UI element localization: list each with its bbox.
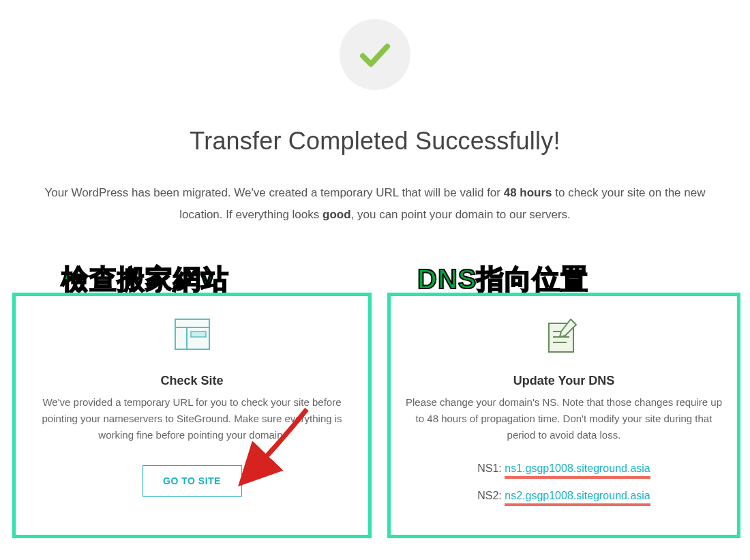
- success-check-icon: [340, 19, 410, 90]
- go-to-site-button[interactable]: GO TO SITE: [142, 465, 242, 497]
- ns2-value[interactable]: ns2.gsgp1008.siteground.asia: [505, 490, 650, 502]
- ns2-row: NS2: ns2.gsgp1008.siteground.asia: [391, 490, 737, 502]
- check-site-panel: Check Site We've provided a temporary UR…: [12, 293, 372, 538]
- ns2-label: NS2:: [477, 490, 502, 501]
- page-title: Transfer Completed Successfully!: [0, 127, 750, 156]
- page-subtitle: Your WordPress has been migrated. We've …: [41, 182, 709, 226]
- svg-rect-3: [191, 331, 206, 337]
- ns1-row: NS1: ns1.gsgp1008.siteground.asia: [391, 462, 737, 475]
- update-dns-heading: Update Your DNS: [391, 374, 737, 388]
- check-site-heading: Check Site: [16, 374, 368, 388]
- update-dns-body: Please change your domain's NS. Note tha…: [404, 394, 723, 443]
- ns1-label: NS1:: [477, 462, 502, 474]
- check-site-body: We've provided a temporary URL for you t…: [29, 394, 355, 443]
- update-dns-panel: Update Your DNS Please change your domai…: [387, 293, 740, 538]
- ns1-value[interactable]: ns1.gsgp1008.siteground.asia: [505, 462, 650, 475]
- edit-note-icon: [545, 316, 583, 355]
- site-preview-icon: [173, 316, 211, 355]
